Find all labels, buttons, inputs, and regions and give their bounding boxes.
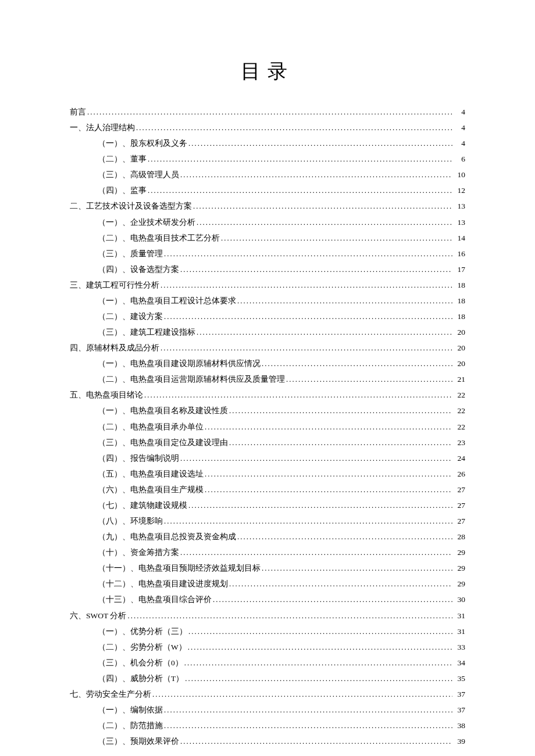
- toc-entry-label: 二、工艺技术设计及设备选型方案: [70, 201, 192, 212]
- toc-entry-label: （二）、劣势分析（W）: [98, 642, 187, 653]
- toc-leader-dots: [180, 170, 452, 180]
- toc-entry-label: 六、SWOT 分析: [70, 611, 126, 621]
- toc-entry-label: （三）、电热盘项目定位及建设理由: [98, 438, 228, 448]
- toc-entry-page: 14: [454, 233, 465, 243]
- toc-entry-page: 17: [454, 264, 465, 275]
- toc-leader-dots: [180, 548, 452, 558]
- toc-entry-page: 29: [454, 563, 465, 574]
- toc-leader-dots: [229, 579, 452, 589]
- toc-leader-dots: [188, 139, 452, 149]
- toc-entry: 六、SWOT 分析31: [70, 611, 465, 621]
- toc-entry-page: 16: [454, 249, 465, 259]
- toc-entry-page: 13: [454, 217, 465, 228]
- toc-entry-label: （二）、防范措施: [98, 721, 163, 731]
- toc-entry-page: 34: [454, 658, 465, 668]
- toc-entry-label: （四）、设备选型方案: [98, 264, 179, 275]
- toc-leader-dots: [148, 155, 452, 164]
- toc-entry: （二）、董事6: [70, 154, 465, 164]
- toc-entry-page: 24: [454, 453, 465, 464]
- toc-entry: （四）、威胁分析（T）35: [70, 673, 465, 684]
- toc-entry-label: （二）、董事: [98, 154, 147, 164]
- toc-entry: （九）、电热盘项目总投资及资金构成28: [70, 532, 465, 542]
- toc-leader-dots: [188, 643, 452, 653]
- toc-leader-dots: [144, 390, 452, 400]
- toc-entry-label: 七、劳动安全生产分析: [70, 689, 151, 700]
- toc-entry: 四、原辅材料及成品分析20: [70, 343, 465, 353]
- toc-entry-page: 26: [454, 469, 465, 479]
- toc-entry: （一）、电热盘项目名称及建设性质22: [70, 406, 465, 416]
- toc-entry-page: 31: [454, 626, 465, 637]
- toc-entry: 二、工艺技术设计及设备选型方案13: [70, 201, 465, 212]
- toc-entry: （三）、建筑工程建设指标20: [70, 327, 465, 338]
- toc-entry-label: （一）、电热盘项目工程设计总体要求: [98, 296, 236, 306]
- toc-entry-label: （十一）、电热盘项目预期经济效益规划目标: [98, 563, 261, 574]
- toc-entry-label: （一）、股东权利及义务: [98, 138, 187, 149]
- toc-entry: （二）、劣势分析（W）33: [70, 642, 465, 653]
- toc-entry: （八）、环境影响27: [70, 516, 465, 526]
- toc-leader-dots: [136, 123, 452, 133]
- toc-entry: 七、劳动安全生产分析37: [70, 689, 465, 700]
- toc-entry: （一）、股东权利及义务4: [70, 138, 465, 149]
- toc-leader-dots: [237, 532, 452, 542]
- toc-entry-label: （三）、质量管理: [98, 249, 163, 259]
- toc-leader-dots: [164, 249, 452, 259]
- toc-entry: （二）、电热盘项目运营期原辅材料供应及质量管理21: [70, 374, 465, 385]
- toc-leader-dots: [205, 485, 452, 495]
- toc-leader-dots: [197, 328, 452, 338]
- toc-entry-page: 10: [454, 170, 465, 180]
- toc-entry: （十二）、电热盘项目建设进度规划29: [70, 579, 465, 589]
- toc-leader-dots: [164, 705, 452, 715]
- toc-entry-page: 31: [454, 611, 465, 621]
- toc-leader-dots: [237, 296, 452, 306]
- toc-entry-page: 20: [454, 327, 465, 338]
- toc-entry-page: 12: [454, 185, 465, 196]
- toc-entry-page: 13: [454, 201, 465, 212]
- toc-entry-page: 23: [454, 438, 465, 448]
- toc-entry-label: 五、电热盘项目绪论: [70, 390, 143, 400]
- toc-entry-page: 6: [454, 154, 465, 164]
- toc-leader-dots: [87, 108, 452, 117]
- toc-leader-dots: [188, 501, 452, 511]
- toc-entry-label: （一）、电热盘项目建设期原辅材料供应情况: [98, 359, 261, 369]
- page-title: 目录: [70, 58, 465, 85]
- toc-entry: 前言4: [70, 107, 465, 117]
- toc-entry: （一）、企业技术研发分析13: [70, 217, 465, 228]
- toc-entry-label: （三）、机会分析（0）: [98, 658, 183, 668]
- toc-leader-dots: [188, 627, 452, 637]
- toc-leader-dots: [160, 343, 452, 353]
- toc-entry: （四）、监事12: [70, 185, 465, 196]
- toc-leader-dots: [229, 406, 452, 416]
- toc-leader-dots: [205, 470, 452, 479]
- toc-leader-dots: [160, 281, 452, 291]
- toc-leader-dots: [286, 375, 452, 385]
- table-of-contents: 前言4一、法人治理结构4（一）、股东权利及义务4（二）、董事6（三）、高级管理人…: [70, 107, 465, 747]
- toc-leader-dots: [205, 422, 452, 432]
- toc-entry-label: （二）、建设方案: [98, 311, 163, 322]
- toc-entry-label: （九）、电热盘项目总投资及资金构成: [98, 532, 236, 542]
- toc-entry-page: 18: [454, 296, 465, 306]
- toc-entry-page: 18: [454, 311, 465, 322]
- toc-entry-label: （十三）、电热盘项目综合评价: [98, 594, 212, 605]
- toc-entry: （三）、高级管理人员10: [70, 170, 465, 180]
- toc-entry-label: 三、建筑工程可行性分析: [70, 280, 159, 291]
- toc-entry-label: （五）、电热盘项目建设选址: [98, 469, 204, 479]
- toc-entry: （十一）、电热盘项目预期经济效益规划目标29: [70, 563, 465, 574]
- toc-entry-label: （一）、企业技术研发分析: [98, 217, 195, 228]
- toc-entry: （五）、电热盘项目建设选址26: [70, 469, 465, 479]
- toc-entry: （三）、机会分析（0）34: [70, 658, 465, 668]
- toc-entry-label: （十）、资金筹措方案: [98, 547, 179, 558]
- toc-entry-page: 4: [454, 138, 465, 149]
- toc-leader-dots: [180, 454, 452, 464]
- toc-entry-page: 29: [454, 579, 465, 589]
- toc-leader-dots: [193, 202, 452, 212]
- toc-entry-label: （一）、编制依据: [98, 705, 163, 715]
- toc-entry: （六）、电热盘项目生产规模27: [70, 485, 465, 495]
- toc-entry-page: 27: [454, 500, 465, 511]
- toc-entry-page: 38: [454, 721, 465, 731]
- toc-entry-page: 22: [454, 390, 465, 400]
- toc-leader-dots: [148, 186, 452, 196]
- toc-leader-dots: [262, 564, 452, 574]
- toc-entry-label: （二）、电热盘项目承办单位: [98, 422, 204, 432]
- toc-leader-dots: [180, 265, 452, 275]
- toc-entry-label: （三）、预期效果评价: [98, 736, 179, 747]
